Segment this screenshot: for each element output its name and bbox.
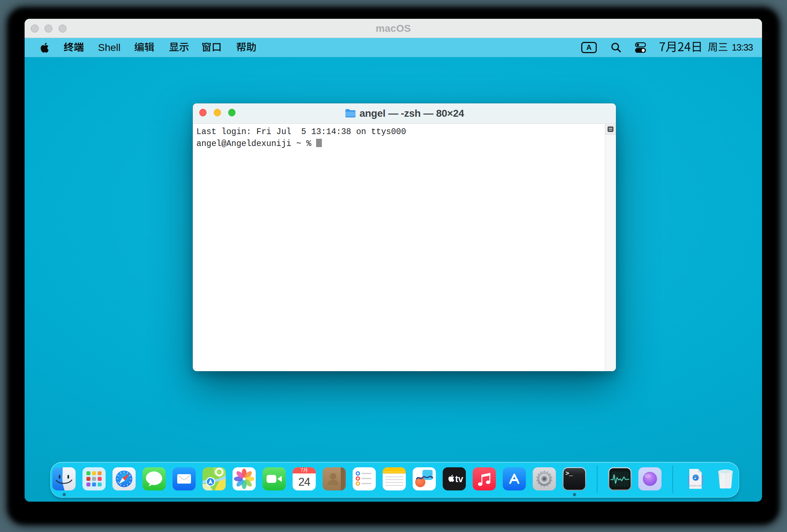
svg-text:>_: >_: [566, 470, 573, 477]
svg-text:DOWNLOAD: DOWNLOAD: [689, 485, 702, 487]
svg-text:tv: tv: [455, 474, 463, 484]
